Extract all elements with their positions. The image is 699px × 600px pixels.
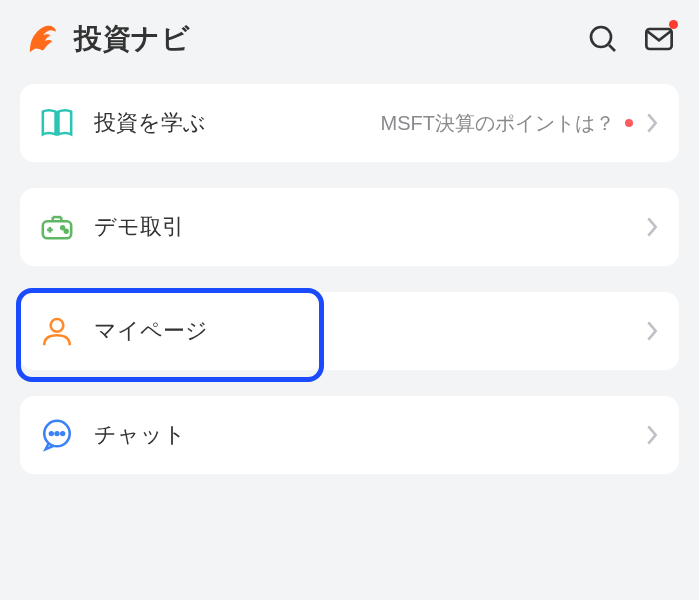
menu-label: デモ取引 bbox=[94, 212, 184, 242]
header-actions bbox=[587, 23, 675, 55]
chevron-right-icon bbox=[645, 112, 659, 134]
menu-label: 投資を学ぶ bbox=[94, 108, 206, 138]
menu-item-mypage[interactable]: マイページ bbox=[20, 292, 679, 370]
chevron-right-icon bbox=[645, 216, 659, 238]
menu-label: チャット bbox=[94, 420, 186, 450]
svg-line-1 bbox=[609, 45, 615, 51]
app-header: 投資ナビ bbox=[0, 0, 699, 74]
logo-icon bbox=[24, 20, 62, 58]
svg-point-0 bbox=[591, 27, 611, 47]
red-dot-icon bbox=[625, 119, 633, 127]
menu-item-chat[interactable]: チャット bbox=[20, 396, 679, 474]
svg-point-15 bbox=[56, 432, 59, 435]
svg-point-14 bbox=[50, 432, 53, 435]
menu-item-learn[interactable]: 投資を学ぶ MSFT決算のポイントは？ bbox=[20, 84, 679, 162]
inbox-button[interactable] bbox=[643, 23, 675, 55]
svg-point-16 bbox=[61, 432, 64, 435]
gamepad-icon bbox=[40, 210, 74, 244]
header-brand: 投資ナビ bbox=[24, 20, 190, 58]
notification-dot-icon bbox=[669, 20, 678, 29]
menu-subtext: MSFT決算のポイントは？ bbox=[381, 110, 633, 137]
menu-label: マイページ bbox=[94, 316, 208, 346]
svg-point-12 bbox=[51, 319, 64, 332]
svg-point-7 bbox=[61, 226, 64, 229]
app-title: 投資ナビ bbox=[74, 20, 190, 58]
book-icon bbox=[40, 106, 74, 140]
chevron-right-icon bbox=[645, 424, 659, 446]
menu-list: 投資を学ぶ MSFT決算のポイントは？ デモ取引 マイページ bbox=[0, 74, 699, 484]
svg-point-8 bbox=[65, 230, 68, 233]
chat-icon bbox=[40, 418, 74, 452]
user-icon bbox=[40, 314, 74, 348]
chevron-right-icon bbox=[645, 320, 659, 342]
search-button[interactable] bbox=[587, 23, 619, 55]
menu-item-demo-trading[interactable]: デモ取引 bbox=[20, 188, 679, 266]
